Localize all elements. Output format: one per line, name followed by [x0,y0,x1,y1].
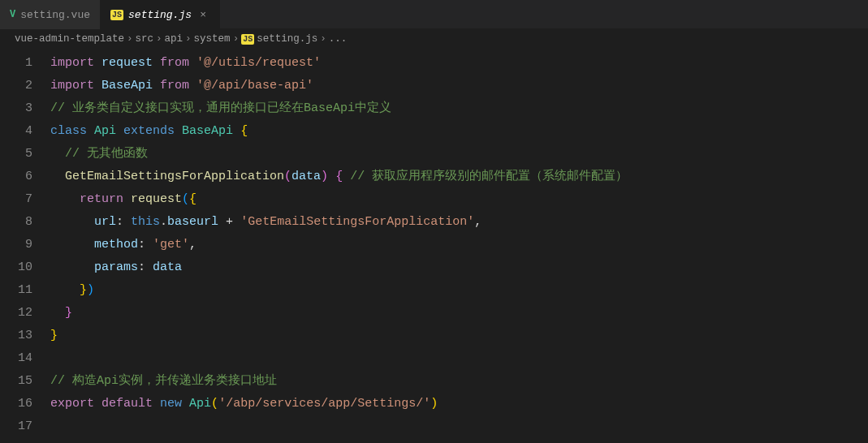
code-line[interactable]: return request({ [50,188,868,211]
code-editor[interactable]: 1234567891011121314151617 import request… [0,49,868,438]
line-number: 7 [0,188,32,211]
tab-bar: V setting.vue JS setting.js × [0,0,868,29]
line-number: 15 [0,370,32,393]
line-number: 9 [0,234,32,256]
code-line[interactable] [50,347,868,370]
breadcrumb-item[interactable]: ... [329,33,348,45]
line-number: 8 [0,211,32,234]
code-line[interactable]: } [50,325,868,347]
code-content[interactable]: import request from '@/utils/request'imp… [50,52,868,438]
line-number: 2 [0,75,32,97]
chevron-right-icon: › [320,33,326,45]
code-line[interactable]: } [50,302,868,325]
line-number: 3 [0,97,32,120]
code-line[interactable]: // 业务类自定义接口实现，通用的接口已经在BaseApi中定义 [50,97,868,120]
line-number: 13 [0,325,32,347]
code-line[interactable]: import request from '@/utils/request' [50,52,868,75]
line-number: 14 [0,347,32,370]
breadcrumb-item[interactable]: api [165,33,184,45]
line-number: 16 [0,393,32,415]
breadcrumb: vue-admin-template › src › api › system … [0,29,868,49]
code-line[interactable]: params: data [50,256,868,279]
code-line[interactable]: // 无其他函数 [50,143,868,166]
tab-label: setting.vue [20,9,90,21]
code-line[interactable]: url: this.baseurl + 'GetEmailSettingsFor… [50,211,868,234]
code-line[interactable]: method: 'get', [50,234,868,256]
code-line[interactable]: // 构造Api实例，并传递业务类接口地址 [50,370,868,393]
breadcrumb-item[interactable]: vue-admin-template [15,33,124,45]
breadcrumb-item[interactable]: src [136,33,154,45]
tab-setting-js[interactable]: JS setting.js × [101,0,220,29]
chevron-right-icon: › [127,33,133,45]
chevron-right-icon: › [233,33,240,45]
line-number: 1 [0,52,32,75]
chevron-right-icon: › [156,33,162,45]
line-number-gutter: 1234567891011121314151617 [0,52,50,438]
code-line[interactable]: export default new Api('/abp/services/ap… [50,393,868,415]
js-file-icon: JS [110,10,123,20]
code-line[interactable]: }) [50,279,868,302]
line-number: 12 [0,302,32,325]
line-number: 4 [0,120,32,143]
line-number: 6 [0,166,32,188]
line-number: 17 [0,415,32,438]
code-line[interactable]: import BaseApi from '@/api/base-api' [50,75,868,97]
code-line[interactable]: GetEmailSettingsForApplication(data) { /… [50,166,868,188]
chevron-right-icon: › [185,33,192,45]
breadcrumb-item[interactable]: setting.js [257,33,317,45]
line-number: 10 [0,256,32,279]
js-file-icon: JS [241,34,254,45]
close-icon[interactable]: × [196,9,209,21]
line-number: 11 [0,279,32,302]
tab-setting-vue[interactable]: V setting.vue [0,0,101,29]
line-number: 5 [0,143,32,166]
tab-label: setting.js [128,9,192,21]
vue-file-icon: V [10,9,15,20]
code-line[interactable] [50,415,868,438]
code-line[interactable]: class Api extends BaseApi { [50,120,868,143]
breadcrumb-item[interactable]: system [194,33,231,45]
